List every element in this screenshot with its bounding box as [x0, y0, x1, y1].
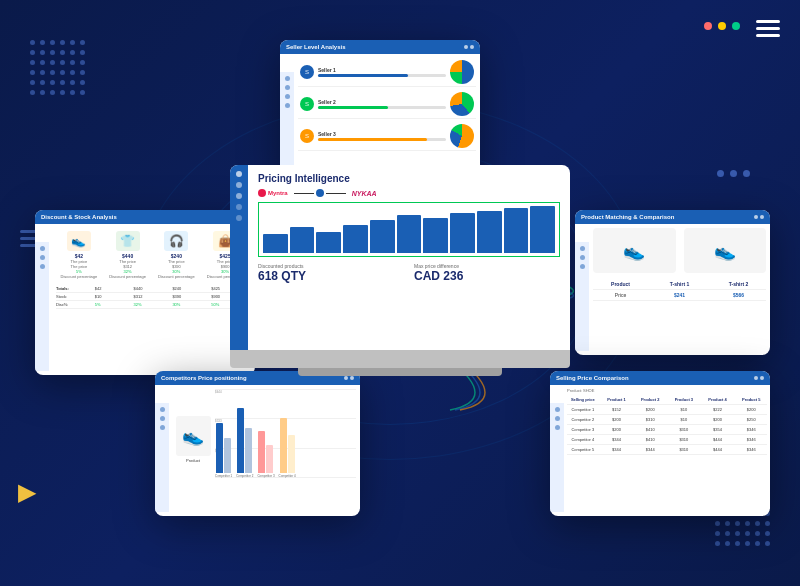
seller-avatar-2: S	[300, 97, 314, 111]
stock-cell-3: $240	[172, 286, 209, 291]
discount-stock-panel: Discount & Stock Analysis 👟 $42 The pric…	[35, 210, 255, 375]
selling-val-1-4: $222	[702, 407, 734, 412]
seller-avatar-1: S	[300, 65, 314, 79]
selling-header-1: Product 1	[601, 397, 633, 402]
seller-pie-1	[450, 60, 474, 84]
stock-row3-1: 5%	[95, 302, 132, 307]
selling-val-3-1: $200	[601, 427, 633, 432]
product-image-1: 👟	[593, 228, 676, 273]
selling-val-1-3: $10	[668, 407, 700, 412]
status-dots	[704, 22, 740, 30]
seller-panel-dots	[464, 45, 474, 49]
seller-name-1: Seller 1	[318, 67, 446, 73]
seller-panel-body: S Seller 1 S Seller 2 S Seller 3	[294, 54, 480, 163]
selling-val-4-2: $410	[634, 437, 666, 442]
myntra-label: Myntra	[268, 190, 288, 196]
product-discount-label-3: Discount percentage	[154, 274, 200, 279]
stock-row2-label: Stock:	[56, 294, 93, 299]
selling-val-1-2: $200	[634, 407, 666, 412]
seller-row-1: S Seller 1	[298, 58, 476, 87]
product-discount-label-2: Discount percentage	[105, 274, 151, 279]
bar-group-1: Competitor 1	[215, 423, 232, 478]
stat-max-price: Max price difference CAD 236	[414, 263, 560, 283]
stat2-value: CAD 236	[414, 269, 560, 283]
selling-val-4-1: $344	[601, 437, 633, 442]
selling-panel-sidebar	[550, 403, 564, 512]
selling-comp-3: Competitor 3	[567, 427, 599, 432]
selling-val-5-2: $344	[634, 447, 666, 452]
selling-data-row-3: Competitor 3 $200 $410 $310 $354 $346	[567, 425, 767, 435]
selling-val-2-4: $200	[702, 417, 734, 422]
product-matching-panel: Product Matching & Comparison 👟 👟 Produc…	[575, 210, 770, 355]
seller-panel-header: Seller Level Analysis	[280, 40, 480, 54]
logo-row: Myntra NYKAA	[258, 189, 560, 197]
product-details-2: The price$312	[105, 259, 151, 269]
product-image-2: 👟	[684, 228, 767, 273]
comp-data-row: Price $241 $566	[593, 290, 766, 301]
selling-comp-1: Competitor 1	[567, 407, 599, 412]
selling-price-panel: Selling Price Comparison Product: SHOE S…	[550, 371, 770, 516]
discount-panel-sidebar	[35, 242, 49, 371]
comp-price-t1: $241	[652, 292, 707, 298]
laptop-container: Pricing Intelligence Myntra NYKAA	[230, 165, 570, 385]
comp-product-thumb: 👟 Product	[173, 389, 213, 490]
selling-val-2-2: $310	[634, 417, 666, 422]
stat-discounted: Discounted products 618 QTY	[258, 263, 404, 283]
competitors-panel-sidebar	[155, 403, 169, 512]
matching-panel-dots	[754, 215, 764, 219]
selling-val-5-3: $310	[668, 447, 700, 452]
pricing-bar-chart	[258, 202, 560, 257]
product-icon-3: 🎧	[164, 231, 188, 251]
seller-row-2: S Seller 2	[298, 90, 476, 119]
sidebar-dot-1	[236, 171, 242, 177]
selling-header-4: Product 4	[702, 397, 734, 402]
selling-val-2-1: $200	[601, 417, 633, 422]
comparison-table: Product T-shirt 1 T-shirt 2 Price $241 $…	[593, 279, 766, 301]
seller-pie-2	[450, 92, 474, 116]
sidebar-dot-3	[236, 193, 242, 199]
selling-val-4-3: $310	[668, 437, 700, 442]
laptop-screen: Pricing Intelligence Myntra NYKAA	[230, 165, 570, 350]
selling-val-3-3: $310	[668, 427, 700, 432]
stock-row3-3: 30%	[172, 302, 209, 307]
seller-level-panel: Seller Level Analysis S Seller 1 S Selle…	[280, 40, 480, 185]
selling-subtitle: Product: SHOE	[567, 388, 767, 393]
selling-data-row-2: Competitor 2 $200 $310 $10 $200 $250	[567, 415, 767, 425]
comp-header-product: Product	[593, 281, 648, 287]
selling-val-3-4: $354	[702, 427, 734, 432]
selling-header-0: Selling price	[567, 397, 599, 402]
selling-val-3-5: $346	[735, 427, 767, 432]
selling-val-4-4: $444	[702, 437, 734, 442]
product-discount-label-1: Discount percentage	[56, 274, 102, 279]
stock-row3-2: 32%	[134, 302, 171, 307]
selling-header-3: Product 3	[668, 397, 700, 402]
selling-panel-dots	[754, 376, 764, 380]
stock-row2-3: $390	[172, 294, 209, 299]
sidebar-dot-2	[236, 182, 242, 188]
stock-table: Totals: $42 $440 $240 $425 Stock: $10 $3…	[52, 283, 252, 311]
selling-data-row-4: Competitor 4 $344 $410 $310 $444 $346	[567, 435, 767, 445]
product-details-3: The price$390	[154, 259, 200, 269]
pricing-stats: Discounted products 618 QTY Max price di…	[258, 263, 560, 283]
seller-name-3: Seller 3	[318, 131, 446, 137]
seller-avatar-3: S	[300, 129, 314, 143]
stock-row3-label: Disc%:	[56, 302, 93, 307]
hamburger-menu[interactable]	[756, 20, 780, 37]
product-card-3: 🎧 $240 The price$390 30% Discount percen…	[154, 231, 200, 279]
bar-group-3: Competitor 3	[257, 431, 274, 478]
product-icon-1: 👟	[67, 231, 91, 251]
seller-info-2: Seller 2	[318, 99, 446, 109]
laptop-base	[230, 350, 570, 368]
product-image-row: 👟 👟	[593, 228, 766, 273]
arrow-decoration: ▶	[18, 478, 36, 506]
competitors-chart-area: 👟 Product $444 $333 $222	[173, 389, 356, 490]
logo-myntra: Myntra	[258, 189, 288, 197]
stock-row2-1: $10	[95, 294, 132, 299]
seller-pie-3	[450, 124, 474, 148]
discount-panel-title: Discount & Stock Analysis	[41, 214, 117, 220]
stock-row2-2: $312	[134, 294, 171, 299]
arrow-connector	[294, 189, 346, 197]
laptop-foot	[298, 368, 502, 376]
selling-data-row-5: Competitor 5 $344 $344 $310 $444 $346	[567, 445, 767, 455]
product-cards: 👟 $42 The priceThe price 5% Discount per…	[52, 227, 252, 283]
